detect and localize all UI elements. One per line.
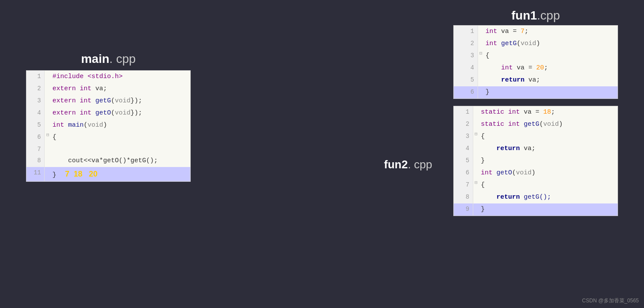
line-number: 6 xyxy=(454,167,473,179)
code-line: return va; xyxy=(479,143,617,155)
code-line: extern int getO(void}); xyxy=(51,107,190,119)
fun2-title-bold: fun2 xyxy=(384,158,408,171)
fold-indicator[interactable] xyxy=(45,119,51,131)
line-number: 11 xyxy=(26,167,45,181)
fold-indicator[interactable] xyxy=(45,167,51,181)
line-number: 4 xyxy=(454,143,473,155)
line-number: 1 xyxy=(26,71,45,83)
line-number: 4 xyxy=(26,107,45,119)
line-number: 8 xyxy=(454,191,473,203)
table-row: 6int getO(void) xyxy=(454,167,618,179)
fold-indicator[interactable] xyxy=(473,191,479,203)
code-line: cout<<va*getO()*getG(); xyxy=(51,155,190,167)
line-number: 3 xyxy=(454,131,473,143)
table-row: 5 return va; xyxy=(454,74,618,86)
table-row: 4 int va = 20; xyxy=(454,62,618,74)
line-number: 6 xyxy=(454,86,478,98)
code-line: #include <stdio.h> xyxy=(51,71,190,83)
line-number: 5 xyxy=(454,74,478,86)
line-number: 4 xyxy=(454,62,478,74)
code-line: int va = 7; xyxy=(484,26,617,38)
fold-indicator[interactable] xyxy=(473,203,479,216)
fold-indicator[interactable] xyxy=(45,155,51,167)
table-row: 5} xyxy=(454,155,618,167)
fold-indicator[interactable] xyxy=(45,144,51,155)
code-line: { xyxy=(51,131,190,144)
fun1-title-bold: fun1 xyxy=(511,9,537,22)
fold-indicator[interactable] xyxy=(478,86,484,98)
code-line: static int getG(void) xyxy=(479,118,617,131)
main-cpp-title-bold: main xyxy=(81,52,109,66)
fold-indicator[interactable] xyxy=(45,83,51,95)
line-number: 2 xyxy=(454,38,478,50)
code-line: int va = 20; xyxy=(484,62,617,74)
line-number: 2 xyxy=(26,83,45,95)
fold-indicator[interactable] xyxy=(45,95,51,107)
code-line: } xyxy=(479,155,617,167)
main-cpp-title-normal: . cpp xyxy=(109,52,136,66)
line-number: 8 xyxy=(26,155,45,167)
fold-indicator[interactable] xyxy=(45,107,51,119)
table-row: 11} 7 18 20 xyxy=(26,167,190,181)
line-number: 1 xyxy=(454,106,473,118)
code-line: int getO(void) xyxy=(479,167,617,179)
line-number: 3 xyxy=(454,50,478,62)
fun1-cpp-box: 1int va = 7;2int getG(void)3⊟{4 int va =… xyxy=(453,25,618,99)
table-row: 2static int getG(void) xyxy=(454,118,618,131)
fold-indicator[interactable] xyxy=(478,38,484,50)
fold-indicator[interactable] xyxy=(473,143,479,155)
code-line: int main(void) xyxy=(51,119,190,131)
main-cpp-box: 1#include <stdio.h>2extern int va;3exter… xyxy=(26,70,191,182)
table-row: 6} xyxy=(454,86,618,98)
table-row: 6⊟{ xyxy=(26,131,190,144)
page-container: main. cpp 1#include <stdio.h>2extern int… xyxy=(0,0,644,308)
fun2-cpp-table: 1static int va = 18;2static int getG(voi… xyxy=(454,106,618,216)
table-row: 4 return va; xyxy=(454,143,618,155)
fold-indicator[interactable]: ⊟ xyxy=(473,179,479,191)
line-number: 5 xyxy=(26,119,45,131)
table-row: 7 xyxy=(26,144,190,155)
fun1-cpp-table: 1int va = 7;2int getG(void)3⊟{4 int va =… xyxy=(454,26,618,98)
fun1-cpp-title: fun1.cpp xyxy=(453,9,618,23)
table-row: 8 cout<<va*getO()*getG(); xyxy=(26,155,190,167)
fold-indicator[interactable] xyxy=(45,71,51,83)
fun2-cpp-section: fun2. cpp 1static int va = 18;2static in… xyxy=(453,106,618,216)
table-row: 4extern int getO(void}); xyxy=(26,107,190,119)
table-row: 2extern int va; xyxy=(26,83,190,95)
fun2-cpp-title: fun2. cpp xyxy=(384,158,432,171)
fold-indicator[interactable] xyxy=(473,106,479,118)
line-number: 6 xyxy=(26,131,45,144)
line-number: 2 xyxy=(454,118,473,131)
code-line: return va; xyxy=(484,74,617,86)
main-cpp-title: main. cpp xyxy=(26,52,191,66)
fold-indicator[interactable]: ⊟ xyxy=(478,50,484,62)
line-number: 7 xyxy=(454,179,473,191)
code-line xyxy=(51,144,190,155)
fun2-title-normal: . cpp xyxy=(408,158,432,171)
fold-indicator[interactable] xyxy=(473,155,479,167)
fun2-cpp-box: 1static int va = 18;2static int getG(voi… xyxy=(453,106,618,216)
fold-indicator[interactable] xyxy=(473,167,479,179)
main-cpp-section: main. cpp 1#include <stdio.h>2extern int… xyxy=(26,52,191,182)
fold-indicator[interactable]: ⊟ xyxy=(473,131,479,143)
right-section: fun1.cpp 1int va = 7;2int getG(void)3⊟{4… xyxy=(453,9,618,216)
code-line: { xyxy=(484,50,617,62)
line-number: 3 xyxy=(26,95,45,107)
table-row: 3extern int getG(void}); xyxy=(26,95,190,107)
fold-indicator[interactable]: ⊟ xyxy=(45,131,51,144)
code-line: } 7 18 20 xyxy=(51,167,190,181)
code-line: int getG(void) xyxy=(484,38,617,50)
code-line: } xyxy=(479,203,617,216)
code-line: { xyxy=(479,179,617,191)
fold-indicator[interactable] xyxy=(478,26,484,38)
code-line: static int va = 18; xyxy=(479,106,617,118)
table-row: 2int getG(void) xyxy=(454,38,618,50)
table-row: 1static int va = 18; xyxy=(454,106,618,118)
fold-indicator[interactable] xyxy=(478,74,484,86)
table-row: 9} xyxy=(454,203,618,216)
fold-indicator[interactable] xyxy=(478,62,484,74)
line-number: 5 xyxy=(454,155,473,167)
fold-indicator[interactable] xyxy=(473,118,479,131)
table-row: 8 return getG(); xyxy=(454,191,618,203)
table-row: 5int main(void) xyxy=(26,119,190,131)
